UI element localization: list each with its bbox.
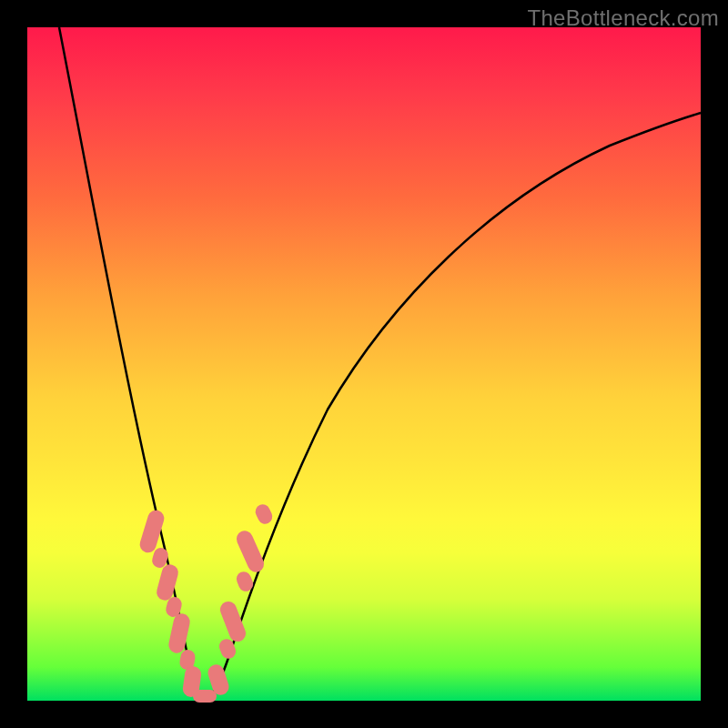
svg-rect-11: [234, 528, 267, 574]
bottleneck-curve: [59, 27, 701, 701]
bottleneck-curve-svg: [27, 27, 701, 701]
svg-rect-0: [137, 508, 166, 554]
highlight-capsules-right: [206, 502, 275, 697]
svg-rect-4: [167, 612, 192, 655]
svg-rect-12: [253, 502, 275, 527]
highlight-capsule-bottom: [193, 690, 217, 703]
chart-frame: TheBottleneck.com: [0, 0, 728, 728]
highlight-capsules-left: [137, 508, 202, 698]
svg-rect-9: [217, 599, 248, 643]
